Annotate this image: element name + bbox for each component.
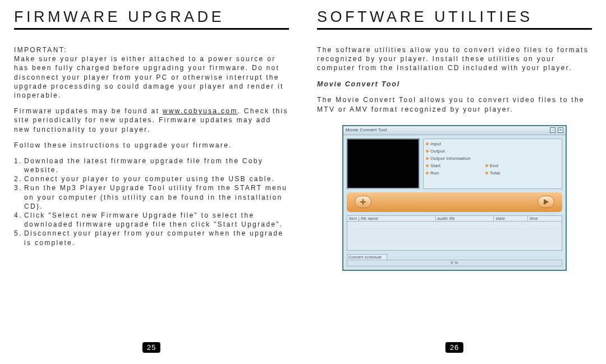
dot-icon [426,142,429,145]
total-label: Total [490,171,500,176]
title-rule [317,28,592,30]
add-button[interactable] [355,196,371,208]
table-body[interactable] [347,222,562,251]
input-label: Input [430,141,461,146]
dot-icon [426,150,429,153]
col-audiofile: audio file [436,216,494,221]
col-state: state [494,216,528,221]
fields-panel: Input Output Output Information Start En… [423,139,562,189]
dot-icon [426,157,429,160]
table-header: item | file name audio file state time [347,215,562,222]
video-preview [347,139,420,189]
progress-text: 0 % [451,261,458,265]
schedule-label: Convert schedule [347,254,387,260]
page-title-left: FIRMWARE UPGRADE [14,8,289,26]
step-4: Click "Select new Firmware Upgrade file"… [24,211,289,229]
page-number-left: 25 [143,342,160,353]
left-page: FIRMWARE UPGRADE IMPORTANT: Make sure yo… [0,0,303,364]
step-1: Download the latest firmware upgrade fil… [24,156,289,174]
start-label: Start [430,163,461,168]
dot-icon [485,172,488,174]
steps-list: 1.Download the latest firmware upgrade f… [14,156,289,247]
page-number-right: 26 [446,342,463,353]
window-titlebar: Movie Convert Tool – × [343,126,566,135]
close-button[interactable]: × [558,127,563,133]
coby-link[interactable]: www.cobyusa.com [163,107,238,115]
dot-icon [485,164,488,167]
output-label: Output [430,149,461,154]
dot-icon [426,164,429,167]
follow-line: Follow these instructions to upgrade you… [14,141,289,150]
movie-convert-body: The Movie Convert Tool allows you to con… [317,95,592,113]
col-filename: item | file name [347,216,436,221]
progress-bar: 0 % [347,260,562,266]
transport-controls [347,192,562,212]
movie-convert-heading: Movie Convert Tool [317,80,592,89]
important-body: Make sure your player is either attached… [14,55,284,99]
step-2: Connect your player to your computer usi… [24,174,289,183]
title-rule [14,28,289,30]
right-page: SOFTWARE UTILITIES The software utilitie… [303,0,606,364]
movie-convert-window: Movie Convert Tool – × Input Output Outp… [342,125,567,271]
col-time: time [528,216,562,221]
dot-icon [426,172,429,174]
minimize-button[interactable]: – [550,127,556,133]
run-label: Run [430,171,461,176]
utilities-intro: The software utilities allow you to conv… [317,45,592,73]
end-label: End [490,163,498,168]
step-5: Disconnect your player from your compute… [24,229,289,247]
play-button[interactable] [538,196,554,208]
updates-paragraph: Firmware updates may be found at www.cob… [14,107,289,134]
file-table: item | file name audio file state time [347,215,562,251]
page-title-right: SOFTWARE UTILITIES [317,8,592,26]
output-info-label: Output Information [430,156,471,161]
step-3: Run the Mp3 Player Upgrade Tool utility … [24,183,289,211]
convert-schedule: Convert schedule 0 % [347,254,562,266]
important-label: IMPORTANT: [14,45,67,54]
important-paragraph: IMPORTANT: Make sure your player is eith… [14,45,289,100]
window-title-text: Movie Convert Tool [346,126,387,135]
